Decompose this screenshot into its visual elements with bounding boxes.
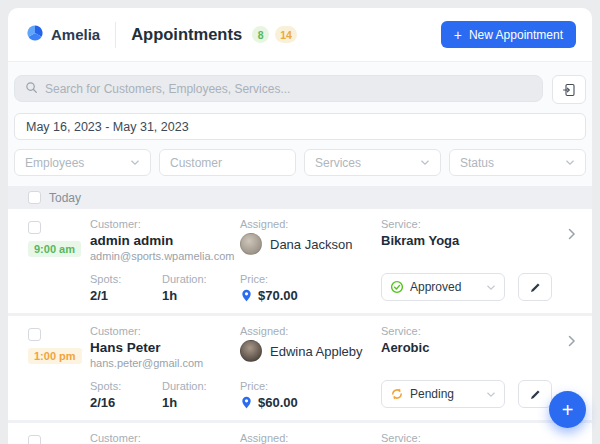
search-input[interactable] — [45, 82, 532, 96]
chevron-down-icon — [565, 159, 575, 166]
screen: Amelia Appointments 8 14 + New Appointme… — [0, 0, 600, 444]
status-select[interactable]: Pending — [381, 380, 505, 408]
customer-filter-label: Customer — [170, 156, 222, 170]
row-checkbox[interactable] — [28, 221, 41, 234]
location-pin-icon — [240, 289, 253, 302]
export-button[interactable] — [552, 75, 586, 104]
pencil-icon — [529, 388, 542, 401]
employee-name: Edwina Appleby — [270, 344, 363, 359]
services-filter-label: Services — [315, 156, 361, 170]
price-label: Price: — [240, 380, 312, 392]
service-label: Service: — [381, 432, 578, 444]
service-name: Aerobic — [381, 340, 564, 355]
date-range-value: May 16, 2023 - May 31, 2023 — [26, 120, 189, 134]
duration-value: 1h — [162, 288, 234, 303]
duration-label: Duration: — [162, 273, 234, 285]
brand: Amelia — [26, 24, 100, 46]
customer-label: Customer: — [90, 432, 240, 444]
spots-value: 2/1 — [90, 288, 162, 303]
employee-avatar — [240, 340, 262, 362]
group-label: Today — [49, 191, 81, 205]
new-appointment-label: New Appointment — [469, 28, 563, 42]
select-all-checkbox[interactable] — [28, 191, 41, 204]
date-range-picker[interactable]: May 16, 2023 - May 31, 2023 — [14, 113, 586, 140]
employee-avatar — [240, 233, 262, 255]
appointment-row: 9:00 am Customer: admin admin admin@spor… — [8, 209, 592, 313]
chevron-down-icon — [486, 391, 496, 398]
page-title: Appointments — [131, 25, 242, 44]
plus-icon: + — [562, 400, 574, 420]
status-filter-label: Status — [460, 156, 494, 170]
row-checkbox[interactable] — [28, 328, 41, 341]
app-header: Amelia Appointments 8 14 + New Appointme… — [8, 8, 592, 62]
pending-count-badge: 14 — [275, 26, 297, 43]
assigned-label: Assigned: — [240, 432, 381, 444]
appointment-row: 1:00 pm Customer: Hans Peter hans.peter@… — [8, 316, 592, 420]
row-checkbox[interactable] — [28, 435, 41, 444]
customer-name: Hans Peter — [90, 340, 240, 355]
employees-filter-label: Employees — [25, 156, 84, 170]
price-value: $60.00 — [258, 395, 298, 410]
spots-label: Spots: — [90, 273, 162, 285]
chevron-down-icon — [130, 159, 140, 166]
status-filter[interactable]: Status — [449, 149, 586, 176]
services-filter[interactable]: Services — [304, 149, 441, 176]
employees-filter[interactable]: Employees — [14, 149, 151, 176]
chevron-down-icon — [420, 159, 430, 166]
price-label: Price: — [240, 273, 312, 285]
service-label: Service: — [381, 325, 564, 337]
time-badge: 1:00 pm — [28, 348, 82, 364]
customer-label: Customer: — [90, 325, 240, 337]
spots-value: 2/16 — [90, 395, 162, 410]
customer-label: Customer: — [90, 218, 240, 230]
expand-row-button[interactable] — [568, 218, 582, 303]
pencil-icon — [529, 281, 542, 294]
duration-label: Duration: — [162, 380, 234, 392]
fab-add-button[interactable]: + — [549, 391, 586, 428]
brand-name: Amelia — [51, 26, 100, 43]
group-header-today: Today — [8, 186, 592, 209]
employee-name: Dana Jackson — [270, 237, 352, 252]
status-value: Pending — [410, 387, 480, 401]
price-value: $70.00 — [258, 288, 298, 303]
customer-filter[interactable]: Customer — [159, 149, 296, 176]
status-value: Approved — [410, 280, 480, 294]
assigned-label: Assigned: — [240, 218, 381, 230]
edit-appointment-button[interactable] — [518, 273, 552, 301]
spots-label: Spots: — [90, 380, 162, 392]
appointment-row: 9:00 pm Customer: John Doe johndoe@gmail… — [8, 423, 592, 444]
customer-email: hans.peter@gmail.com — [90, 357, 240, 369]
assigned-label: Assigned: — [240, 325, 381, 337]
status-select[interactable]: Approved — [381, 273, 505, 301]
customer-email: admin@sports.wpamelia.com — [90, 250, 240, 262]
search-icon — [25, 80, 38, 98]
duration-value: 1h — [162, 395, 234, 410]
customer-name: admin admin — [90, 233, 240, 248]
check-circle-icon — [390, 280, 404, 294]
export-document-icon — [562, 83, 576, 97]
edit-appointment-button[interactable] — [518, 380, 552, 408]
chevron-right-icon — [568, 228, 576, 240]
search-box — [14, 75, 543, 102]
new-appointment-button[interactable]: + New Appointment — [441, 21, 576, 48]
amelia-app-window: Amelia Appointments 8 14 + New Appointme… — [8, 8, 592, 444]
service-name: Bikram Yoga — [381, 233, 564, 248]
chevron-down-icon — [486, 284, 496, 291]
header-divider — [115, 22, 116, 48]
toolbar-panel: May 16, 2023 - May 31, 2023 Employees Cu… — [8, 62, 592, 186]
amelia-logo-icon — [26, 24, 44, 46]
service-label: Service: — [381, 218, 564, 230]
location-pin-icon — [240, 396, 253, 409]
plus-icon: + — [454, 28, 462, 42]
time-badge: 9:00 am — [28, 241, 81, 257]
approved-count-badge: 8 — [252, 26, 269, 43]
sync-arrows-icon — [390, 387, 404, 401]
chevron-right-icon — [568, 335, 576, 347]
